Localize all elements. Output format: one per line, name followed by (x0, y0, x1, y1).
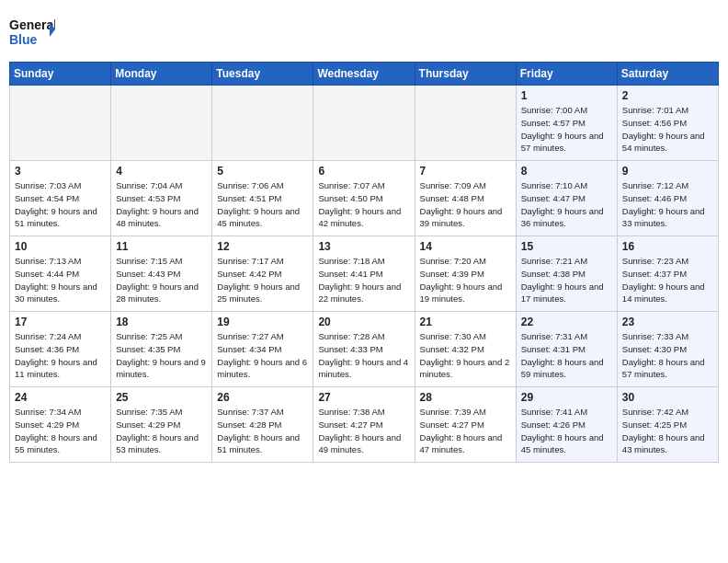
day-number: 29 (521, 391, 612, 404)
weekday-header-tuesday: Tuesday (212, 63, 313, 86)
weekday-header-monday: Monday (111, 63, 212, 86)
day-info: Sunrise: 7:13 AM Sunset: 4:44 PM Dayligh… (15, 255, 106, 305)
day-number: 1 (521, 89, 612, 102)
week-row-1: 1Sunrise: 7:00 AM Sunset: 4:57 PM Daylig… (10, 86, 719, 161)
calendar-cell: 25Sunrise: 7:35 AM Sunset: 4:29 PM Dayli… (111, 387, 212, 463)
calendar-cell: 27Sunrise: 7:38 AM Sunset: 4:27 PM Dayli… (313, 387, 415, 463)
weekday-header-sunday: Sunday (10, 63, 111, 86)
calendar-cell: 6Sunrise: 7:07 AM Sunset: 4:50 PM Daylig… (313, 161, 415, 236)
calendar-cell: 21Sunrise: 7:30 AM Sunset: 4:32 PM Dayli… (415, 312, 516, 387)
weekday-header-thursday: Thursday (415, 63, 516, 86)
day-number: 18 (116, 316, 207, 328)
day-info: Sunrise: 7:31 AM Sunset: 4:31 PM Dayligh… (521, 330, 612, 381)
week-row-2: 3Sunrise: 7:03 AM Sunset: 4:54 PM Daylig… (10, 161, 719, 236)
svg-text:General: General (9, 17, 55, 32)
calendar-cell: 30Sunrise: 7:42 AM Sunset: 4:25 PM Dayli… (617, 387, 718, 463)
calendar-cell: 14Sunrise: 7:20 AM Sunset: 4:39 PM Dayli… (415, 236, 516, 312)
calendar-cell: 19Sunrise: 7:27 AM Sunset: 4:34 PM Dayli… (212, 312, 313, 387)
calendar-cell: 13Sunrise: 7:18 AM Sunset: 4:41 PM Dayli… (313, 236, 415, 312)
week-row-3: 10Sunrise: 7:13 AM Sunset: 4:44 PM Dayli… (10, 236, 719, 312)
day-number: 24 (15, 391, 106, 404)
day-number: 7 (420, 165, 511, 178)
day-info: Sunrise: 7:07 AM Sunset: 4:50 PM Dayligh… (318, 179, 409, 230)
day-info: Sunrise: 7:24 AM Sunset: 4:36 PM Dayligh… (15, 330, 106, 381)
calendar-cell (10, 86, 111, 161)
calendar-cell: 8Sunrise: 7:10 AM Sunset: 4:47 PM Daylig… (516, 161, 617, 236)
calendar-cell: 20Sunrise: 7:28 AM Sunset: 4:33 PM Dayli… (313, 312, 415, 387)
day-number: 22 (521, 316, 612, 328)
day-number: 19 (217, 316, 308, 328)
calendar-cell: 7Sunrise: 7:09 AM Sunset: 4:48 PM Daylig… (415, 161, 516, 236)
week-row-5: 24Sunrise: 7:34 AM Sunset: 4:29 PM Dayli… (10, 387, 719, 463)
calendar-cell: 22Sunrise: 7:31 AM Sunset: 4:31 PM Dayli… (516, 312, 617, 387)
day-info: Sunrise: 7:39 AM Sunset: 4:27 PM Dayligh… (420, 406, 511, 456)
calendar-cell: 9Sunrise: 7:12 AM Sunset: 4:46 PM Daylig… (617, 161, 718, 236)
day-number: 10 (15, 240, 106, 253)
calendar-cell: 15Sunrise: 7:21 AM Sunset: 4:38 PM Dayli… (516, 236, 617, 312)
day-info: Sunrise: 7:25 AM Sunset: 4:35 PM Dayligh… (116, 330, 207, 381)
calendar-cell: 17Sunrise: 7:24 AM Sunset: 4:36 PM Dayli… (10, 312, 111, 387)
day-info: Sunrise: 7:10 AM Sunset: 4:47 PM Dayligh… (521, 179, 612, 230)
calendar-cell: 10Sunrise: 7:13 AM Sunset: 4:44 PM Dayli… (10, 236, 111, 312)
day-info: Sunrise: 7:20 AM Sunset: 4:39 PM Dayligh… (420, 255, 511, 305)
calendar-cell (415, 86, 516, 161)
logo-svg: General Blue (9, 13, 55, 54)
day-info: Sunrise: 7:30 AM Sunset: 4:32 PM Dayligh… (420, 330, 511, 381)
day-number: 14 (420, 240, 511, 253)
day-info: Sunrise: 7:06 AM Sunset: 4:51 PM Dayligh… (217, 179, 308, 230)
day-number: 6 (318, 165, 409, 178)
calendar-cell: 28Sunrise: 7:39 AM Sunset: 4:27 PM Dayli… (415, 387, 516, 463)
day-info: Sunrise: 7:33 AM Sunset: 4:30 PM Dayligh… (622, 330, 713, 381)
day-info: Sunrise: 7:23 AM Sunset: 4:37 PM Dayligh… (622, 255, 713, 305)
weekday-header-friday: Friday (516, 63, 617, 86)
header: General Blue (9, 9, 719, 54)
day-number: 11 (116, 240, 207, 253)
day-info: Sunrise: 7:37 AM Sunset: 4:28 PM Dayligh… (217, 406, 308, 456)
day-info: Sunrise: 7:34 AM Sunset: 4:29 PM Dayligh… (15, 406, 106, 456)
calendar-cell: 26Sunrise: 7:37 AM Sunset: 4:28 PM Dayli… (212, 387, 313, 463)
day-number: 23 (622, 316, 713, 328)
day-number: 2 (622, 89, 713, 102)
day-info: Sunrise: 7:18 AM Sunset: 4:41 PM Dayligh… (318, 255, 409, 305)
day-number: 4 (116, 165, 207, 178)
day-number: 16 (622, 240, 713, 253)
calendar-cell: 1Sunrise: 7:00 AM Sunset: 4:57 PM Daylig… (516, 86, 617, 161)
day-info: Sunrise: 7:28 AM Sunset: 4:33 PM Dayligh… (318, 330, 409, 381)
day-info: Sunrise: 7:42 AM Sunset: 4:25 PM Dayligh… (622, 406, 713, 456)
calendar-cell (212, 86, 313, 161)
calendar-cell: 12Sunrise: 7:17 AM Sunset: 4:42 PM Dayli… (212, 236, 313, 312)
calendar-cell: 29Sunrise: 7:41 AM Sunset: 4:26 PM Dayli… (516, 387, 617, 463)
day-number: 27 (318, 391, 409, 404)
calendar-cell (111, 86, 212, 161)
weekday-header-saturday: Saturday (617, 63, 718, 86)
day-number: 5 (217, 165, 308, 178)
calendar-cell: 23Sunrise: 7:33 AM Sunset: 4:30 PM Dayli… (617, 312, 718, 387)
day-number: 17 (15, 316, 106, 328)
weekday-header-row: SundayMondayTuesdayWednesdayThursdayFrid… (10, 63, 719, 86)
day-info: Sunrise: 7:00 AM Sunset: 4:57 PM Dayligh… (521, 104, 612, 155)
calendar-cell: 16Sunrise: 7:23 AM Sunset: 4:37 PM Dayli… (617, 236, 718, 312)
calendar-cell (313, 86, 415, 161)
day-info: Sunrise: 7:38 AM Sunset: 4:27 PM Dayligh… (318, 406, 409, 456)
day-info: Sunrise: 7:01 AM Sunset: 4:56 PM Dayligh… (622, 104, 713, 155)
day-number: 26 (217, 391, 308, 404)
day-number: 9 (622, 165, 713, 178)
calendar-cell: 24Sunrise: 7:34 AM Sunset: 4:29 PM Dayli… (10, 387, 111, 463)
day-number: 3 (15, 165, 106, 178)
svg-text:Blue: Blue (9, 32, 38, 47)
weekday-header-wednesday: Wednesday (313, 63, 415, 86)
calendar-cell: 4Sunrise: 7:04 AM Sunset: 4:53 PM Daylig… (111, 161, 212, 236)
day-info: Sunrise: 7:21 AM Sunset: 4:38 PM Dayligh… (521, 255, 612, 305)
day-number: 12 (217, 240, 308, 253)
day-info: Sunrise: 7:03 AM Sunset: 4:54 PM Dayligh… (15, 179, 106, 230)
calendar-cell: 11Sunrise: 7:15 AM Sunset: 4:43 PM Dayli… (111, 236, 212, 312)
day-info: Sunrise: 7:12 AM Sunset: 4:46 PM Dayligh… (622, 179, 713, 230)
calendar-cell: 5Sunrise: 7:06 AM Sunset: 4:51 PM Daylig… (212, 161, 313, 236)
day-number: 20 (318, 316, 409, 328)
day-info: Sunrise: 7:09 AM Sunset: 4:48 PM Dayligh… (420, 179, 511, 230)
day-info: Sunrise: 7:41 AM Sunset: 4:26 PM Dayligh… (521, 406, 612, 456)
week-row-4: 17Sunrise: 7:24 AM Sunset: 4:36 PM Dayli… (10, 312, 719, 387)
day-info: Sunrise: 7:35 AM Sunset: 4:29 PM Dayligh… (116, 406, 207, 456)
day-number: 25 (116, 391, 207, 404)
day-number: 15 (521, 240, 612, 253)
